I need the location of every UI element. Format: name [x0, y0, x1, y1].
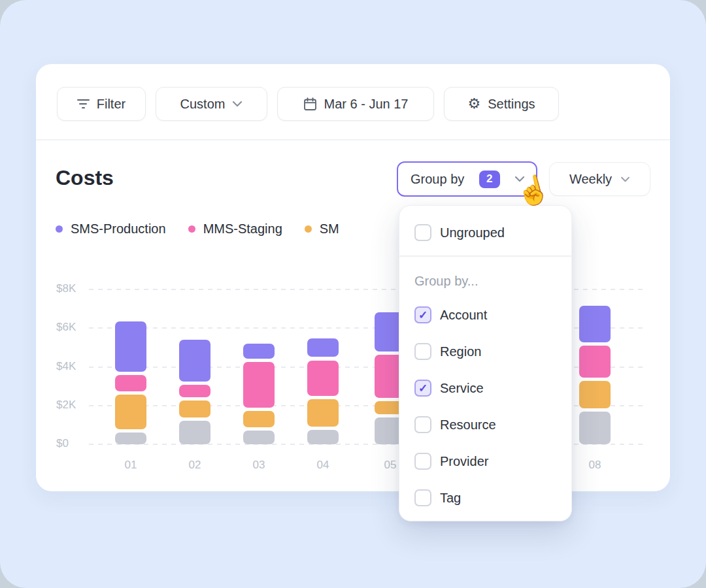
dropdown-item-resource[interactable]: Resource	[399, 416, 571, 434]
dropdown-item-label: Service	[440, 379, 484, 397]
custom-range-button[interactable]: Custom	[156, 87, 267, 121]
bar-segment-01-orange[interactable]	[115, 395, 146, 429]
toolbar: Filter Custom Mar 6 - Jun 17 ⚙ Settings	[57, 87, 559, 121]
bar-segment-03-purple[interactable]	[243, 344, 275, 359]
bar-segment-08-purple[interactable]	[579, 306, 611, 342]
dropdown-item-region[interactable]: Region	[399, 342, 571, 361]
x-axis-label: 04	[303, 459, 343, 472]
tag-checkbox[interactable]	[414, 489, 431, 506]
filter-lines-icon	[77, 99, 90, 109]
legend-dot	[56, 225, 63, 233]
chevron-down-icon	[232, 101, 243, 107]
dropdown-item-account[interactable]: ✓Account	[399, 306, 571, 324]
app-background: Filter Custom Mar 6 - Jun 17 ⚙ Settings …	[0, 0, 706, 588]
x-axis-label: 01	[111, 459, 150, 472]
dropdown-item-label: Region	[440, 342, 481, 361]
resource-checkbox[interactable]	[414, 416, 431, 433]
legend-item-1[interactable]: MMS-Staging	[188, 221, 282, 237]
legend-label: SM	[320, 221, 339, 237]
bar-segment-04-gray[interactable]	[307, 430, 339, 444]
custom-button-label: Custom	[180, 97, 226, 112]
legend-dot	[305, 225, 312, 233]
dropdown-item-ungrouped[interactable]: Ungrouped	[399, 223, 571, 242]
page-title: Costs	[56, 165, 114, 191]
bar-segment-04-orange[interactable]	[307, 399, 339, 426]
bar-segment-03-pink[interactable]	[243, 362, 275, 408]
bar-segment-01-pink[interactable]	[115, 375, 146, 391]
x-axis-label: 02	[175, 459, 214, 472]
bar-segment-01-purple[interactable]	[115, 321, 146, 372]
x-axis-label: 08	[575, 459, 614, 472]
dropdown-item-service[interactable]: ✓Service	[399, 379, 571, 397]
legend-label: SMS-Production	[71, 221, 166, 237]
bar-segment-04-pink[interactable]	[307, 361, 339, 397]
bar-segment-03-orange[interactable]	[243, 411, 275, 427]
bar-segment-03-gray[interactable]	[243, 431, 275, 444]
dropdown-item-label: Tag	[440, 489, 461, 507]
interval-label: Weekly	[569, 172, 612, 187]
bar-segment-08-pink[interactable]	[579, 346, 611, 378]
account-checkbox[interactable]: ✓	[414, 306, 431, 323]
chevron-down-icon	[620, 176, 630, 182]
y-axis-label: $0	[56, 437, 86, 450]
dropdown-item-label: Resource	[440, 416, 496, 434]
dropdown-item-provider[interactable]: Provider	[399, 452, 571, 470]
interval-select-button[interactable]: Weekly	[549, 162, 650, 196]
group-by-button-label: Group by	[411, 172, 464, 187]
x-axis-label: 03	[239, 459, 278, 472]
ungrouped-label: Ungrouped	[440, 223, 505, 242]
bar-segment-02-pink[interactable]	[179, 385, 210, 397]
date-range-label: Mar 6 - Jun 17	[324, 97, 409, 112]
dropdown-item-tag[interactable]: Tag	[399, 489, 571, 507]
settings-button[interactable]: ⚙ Settings	[444, 87, 559, 121]
date-range-button[interactable]: Mar 6 - Jun 17	[277, 87, 434, 121]
filter-button-label: Filter	[97, 97, 126, 112]
bar-segment-02-purple[interactable]	[179, 340, 210, 382]
y-axis-label: $4K	[56, 360, 86, 373]
bar-segment-08-orange[interactable]	[579, 381, 611, 408]
provider-checkbox[interactable]	[414, 453, 431, 470]
calendar-icon	[303, 97, 317, 111]
group-by-dropdown: Ungrouped Group by... ✓AccountRegion✓Ser…	[399, 205, 572, 521]
dropdown-item-label: Account	[440, 306, 487, 324]
bar-segment-08-gray[interactable]	[579, 412, 611, 444]
dropdown-section-label: Group by...	[414, 272, 478, 290]
ungrouped-checkbox[interactable]	[414, 224, 431, 241]
region-checkbox[interactable]	[414, 343, 431, 360]
bar-segment-02-gray[interactable]	[179, 421, 210, 444]
dropdown-item-label: Provider	[440, 452, 488, 470]
y-axis-label: $2K	[56, 399, 86, 412]
toolbar-divider	[36, 139, 670, 140]
legend-dot	[188, 225, 195, 233]
gear-icon: ⚙	[468, 97, 481, 111]
service-checkbox[interactable]: ✓	[414, 380, 431, 397]
bar-segment-01-gray[interactable]	[115, 433, 146, 444]
legend-label: MMS-Staging	[203, 221, 282, 237]
dropdown-divider	[399, 255, 571, 257]
legend-item-2[interactable]: SM	[305, 221, 339, 237]
y-axis-label: $8K	[56, 282, 86, 295]
bar-segment-02-orange[interactable]	[179, 400, 210, 418]
y-axis-label: $6K	[56, 321, 86, 334]
legend-item-0[interactable]: SMS-Production	[56, 221, 166, 237]
chart-legend: SMS-ProductionMMS-StagingSM	[56, 221, 339, 237]
settings-button-label: Settings	[488, 97, 535, 112]
bar-segment-04-purple[interactable]	[307, 338, 339, 357]
group-by-count-badge: 2	[479, 171, 500, 188]
filter-button[interactable]: Filter	[57, 87, 146, 121]
